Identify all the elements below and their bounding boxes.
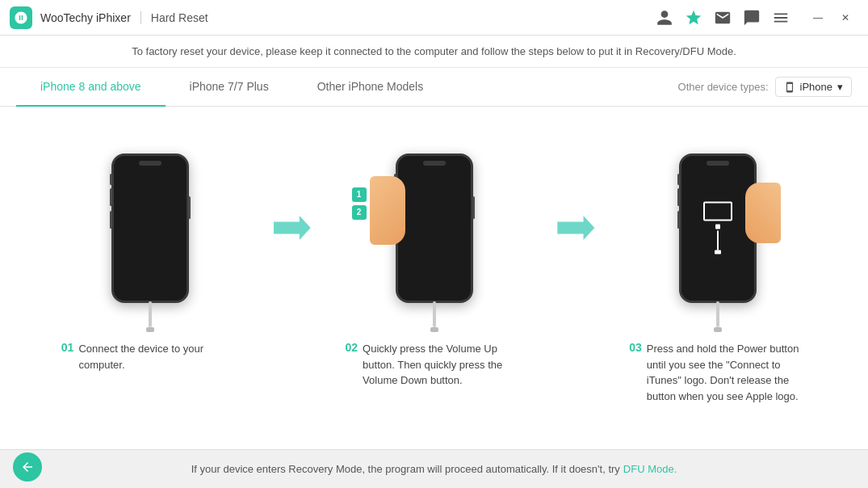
itunes-cable-visual: [715, 225, 721, 255]
star-icon[interactable]: [682, 6, 705, 29]
step-3-text: Press and hold the Power button until yo…: [647, 341, 807, 404]
phone-2-notch: [423, 161, 446, 166]
phone-1-vol2-btn: [110, 211, 112, 229]
hand-right: [745, 183, 781, 243]
phone-3-notch: [707, 161, 729, 166]
badge-1: 1: [352, 187, 367, 202]
step-2: 1 2 02 Quick: [317, 123, 552, 389]
logo-icon: [14, 11, 28, 25]
phone-2-power-btn: [472, 196, 475, 219]
info-bar: To factory reset your device, please kee…: [0, 36, 868, 68]
titlebar: WooTechy iPhixer Hard Reset: [0, 0, 868, 36]
hand-left: 1 2: [370, 176, 405, 245]
device-type-dropdown[interactable]: iPhone ▾: [775, 77, 852, 97]
device-type-label: Other device types:: [678, 81, 769, 93]
arrow-1-shape: [274, 216, 311, 240]
phone-3-cable: [716, 301, 719, 327]
tab-iphone7[interactable]: iPhone 7/7 Plus: [166, 68, 293, 107]
step-1-text: Connect the device to your computer.: [78, 341, 238, 372]
titlebar-actions: — ✕: [653, 6, 858, 29]
titlebar-section: Hard Reset: [151, 11, 208, 24]
step-2-visual: 1 2: [346, 123, 523, 333]
main-content: iPhone 8 and above iPhone 7/7 Plus Other…: [0, 68, 868, 449]
device-type-selector: Other device types: iPhone ▾: [678, 77, 852, 97]
phone-3-container: [679, 154, 757, 303]
menu-icon[interactable]: [769, 6, 792, 29]
step-2-num: 02: [346, 341, 359, 354]
titlebar-separator: [140, 11, 141, 24]
device-type-value: iPhone: [800, 81, 832, 93]
step-3-desc: 03 Press and hold the Power button until…: [629, 333, 807, 404]
back-arrow-icon: [20, 460, 35, 474]
itunes-cable-line: [717, 231, 719, 250]
tab-bar: iPhone 8 and above iPhone 7/7 Plus Other…: [0, 68, 868, 107]
dfu-mode-link[interactable]: DFU Mode.: [623, 463, 677, 475]
phone-3-vol1-btn: [677, 188, 680, 206]
arrow-2-shape: [557, 216, 594, 240]
minimize-button[interactable]: —: [805, 6, 831, 29]
step-2-desc: 02 Quickly press the Volume Up button. T…: [346, 333, 523, 389]
phone-3-mute-btn: [677, 174, 680, 185]
step-3-visual: [629, 123, 807, 333]
phone-1-container: [111, 154, 189, 303]
itunes-plug-top: [715, 225, 720, 229]
back-button[interactable]: [13, 452, 42, 482]
arrow-2: [551, 123, 600, 333]
bottom-bar: If your device enters Recovery Mode, the…: [0, 449, 868, 488]
phone-1-body: [111, 154, 189, 303]
info-text: To factory reset your device, please kee…: [132, 45, 736, 57]
app-logo: [10, 6, 32, 29]
tab-other-iphone[interactable]: Other iPhone Models: [293, 68, 448, 107]
itunes-content: [703, 202, 732, 255]
bottombar-text: If your device enters Recovery Mode, the…: [191, 463, 620, 475]
step-1: 01 Connect the device to your computer.: [32, 123, 268, 372]
step-1-num: 01: [61, 341, 74, 354]
badge-2: 2: [352, 205, 367, 220]
phone-1-vol1-btn: [110, 188, 112, 206]
phone-2-body: [396, 154, 473, 303]
chat-icon[interactable]: [740, 6, 763, 29]
steps-area: 01 Connect the device to your computer. …: [0, 107, 868, 449]
phone-1-cable: [149, 301, 152, 327]
app-name: WooTechy iPhixer: [40, 11, 131, 24]
step-3: 03 Press and hold the Power button until…: [600, 123, 836, 404]
step-1-desc: 01 Connect the device to your computer.: [61, 333, 239, 372]
phone-2-cable: [433, 301, 436, 327]
phone-1-power-btn: [188, 196, 191, 219]
user-icon[interactable]: [653, 6, 676, 29]
window-controls: — ✕: [805, 6, 858, 29]
step-3-num: 03: [629, 341, 642, 354]
phone-1-notch: [139, 161, 161, 166]
dropdown-arrow-icon: ▾: [837, 81, 843, 93]
phone-icon: [784, 82, 795, 93]
phone-3-vol2-btn: [677, 211, 680, 229]
mail-icon[interactable]: [711, 6, 734, 29]
phone-2-container: 1 2: [396, 154, 473, 303]
step-1-visual: [61, 123, 239, 333]
step-2-text: Quickly press the Volume Up button. Then…: [363, 341, 522, 389]
arrow-1: [268, 123, 317, 333]
itunes-screen-icon: [703, 202, 732, 221]
itunes-plug-bottom: [715, 250, 721, 255]
phone-1-mute-btn: [110, 174, 112, 185]
tab-iphone8[interactable]: iPhone 8 and above: [16, 68, 166, 107]
close-button[interactable]: ✕: [832, 6, 858, 29]
